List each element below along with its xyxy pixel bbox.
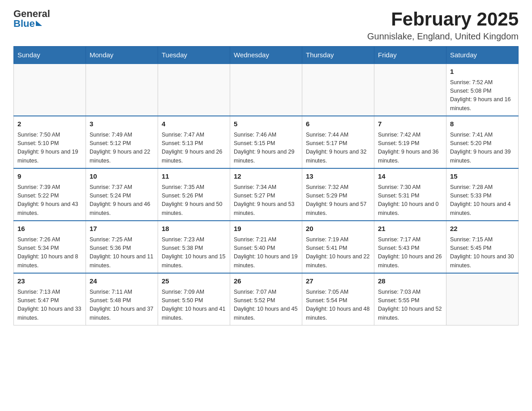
calendar-week-row: 23Sunrise: 7:13 AMSunset: 5:47 PMDayligh… xyxy=(14,273,519,325)
day-number: 20 xyxy=(306,224,370,234)
title-section: February 2025 Gunnislake, England, Unite… xyxy=(367,9,519,42)
calendar-cell: 28Sunrise: 7:03 AMSunset: 5:55 PMDayligh… xyxy=(374,273,446,325)
calendar-cell xyxy=(86,64,158,116)
day-number: 15 xyxy=(450,171,515,182)
day-info: Sunrise: 7:11 AMSunset: 5:48 PMDaylight:… xyxy=(90,288,154,323)
day-info: Sunrise: 7:49 AMSunset: 5:12 PMDaylight:… xyxy=(90,131,154,166)
day-number: 10 xyxy=(90,171,154,182)
day-info: Sunrise: 7:46 AMSunset: 5:15 PMDaylight:… xyxy=(234,131,298,166)
calendar-cell: 12Sunrise: 7:34 AMSunset: 5:27 PMDayligh… xyxy=(230,168,302,221)
calendar-cell: 20Sunrise: 7:19 AMSunset: 5:41 PMDayligh… xyxy=(302,221,374,273)
calendar-subtitle: Gunnislake, England, United Kingdom xyxy=(367,31,519,42)
calendar-cell: 7Sunrise: 7:42 AMSunset: 5:19 PMDaylight… xyxy=(374,116,446,168)
day-info: Sunrise: 7:50 AMSunset: 5:10 PMDaylight:… xyxy=(17,131,82,166)
day-info: Sunrise: 7:35 AMSunset: 5:26 PMDaylight:… xyxy=(162,183,226,218)
logo-blue-text: Blue xyxy=(13,19,35,29)
calendar-header-row: SundayMondayTuesdayWednesdayThursdayFrid… xyxy=(14,47,519,64)
calendar-cell xyxy=(302,64,374,116)
calendar-cell: 27Sunrise: 7:05 AMSunset: 5:54 PMDayligh… xyxy=(302,273,374,325)
calendar-cell xyxy=(14,64,86,116)
logo: General Blue xyxy=(13,9,50,29)
day-info: Sunrise: 7:19 AMSunset: 5:41 PMDaylight:… xyxy=(306,235,370,270)
day-info: Sunrise: 7:41 AMSunset: 5:20 PMDaylight:… xyxy=(450,131,515,166)
calendar-cell: 14Sunrise: 7:30 AMSunset: 5:31 PMDayligh… xyxy=(374,168,446,221)
calendar-cell: 15Sunrise: 7:28 AMSunset: 5:33 PMDayligh… xyxy=(446,168,519,221)
calendar-cell: 24Sunrise: 7:11 AMSunset: 5:48 PMDayligh… xyxy=(86,273,158,325)
calendar-week-row: 9Sunrise: 7:39 AMSunset: 5:22 PMDaylight… xyxy=(14,168,519,221)
calendar-cell: 1Sunrise: 7:52 AMSunset: 5:08 PMDaylight… xyxy=(446,64,519,116)
day-number: 8 xyxy=(450,119,515,129)
weekday-header-thursday: Thursday xyxy=(302,47,374,64)
day-number: 11 xyxy=(162,171,226,182)
calendar-week-row: 2Sunrise: 7:50 AMSunset: 5:10 PMDaylight… xyxy=(14,116,519,168)
calendar-cell: 22Sunrise: 7:15 AMSunset: 5:45 PMDayligh… xyxy=(446,221,519,273)
calendar-cell: 26Sunrise: 7:07 AMSunset: 5:52 PMDayligh… xyxy=(230,273,302,325)
day-number: 1 xyxy=(450,67,515,77)
calendar-cell: 13Sunrise: 7:32 AMSunset: 5:29 PMDayligh… xyxy=(302,168,374,221)
day-info: Sunrise: 7:42 AMSunset: 5:19 PMDaylight:… xyxy=(378,131,442,166)
day-number: 23 xyxy=(17,276,82,287)
day-number: 9 xyxy=(17,171,82,182)
weekday-header-wednesday: Wednesday xyxy=(230,47,302,64)
calendar-cell: 3Sunrise: 7:49 AMSunset: 5:12 PMDaylight… xyxy=(86,116,158,168)
calendar-week-row: 16Sunrise: 7:26 AMSunset: 5:34 PMDayligh… xyxy=(14,221,519,273)
day-number: 12 xyxy=(234,171,298,182)
weekday-header-tuesday: Tuesday xyxy=(158,47,230,64)
day-number: 25 xyxy=(162,276,226,287)
day-number: 19 xyxy=(234,224,298,234)
day-info: Sunrise: 7:13 AMSunset: 5:47 PMDaylight:… xyxy=(17,288,82,323)
day-info: Sunrise: 7:26 AMSunset: 5:34 PMDaylight:… xyxy=(17,235,82,270)
day-number: 6 xyxy=(306,119,370,129)
day-number: 21 xyxy=(378,224,442,234)
day-number: 3 xyxy=(90,119,154,129)
day-number: 17 xyxy=(90,224,154,234)
day-number: 18 xyxy=(162,224,226,234)
day-info: Sunrise: 7:37 AMSunset: 5:24 PMDaylight:… xyxy=(90,183,154,218)
day-info: Sunrise: 7:28 AMSunset: 5:33 PMDaylight:… xyxy=(450,183,515,218)
logo-arrow-icon xyxy=(36,21,42,26)
day-number: 27 xyxy=(306,276,370,287)
calendar-cell: 11Sunrise: 7:35 AMSunset: 5:26 PMDayligh… xyxy=(158,168,230,221)
day-info: Sunrise: 7:34 AMSunset: 5:27 PMDaylight:… xyxy=(234,183,298,218)
day-number: 7 xyxy=(378,119,442,129)
calendar-cell: 17Sunrise: 7:25 AMSunset: 5:36 PMDayligh… xyxy=(86,221,158,273)
day-info: Sunrise: 7:03 AMSunset: 5:55 PMDaylight:… xyxy=(378,288,442,323)
calendar-cell: 10Sunrise: 7:37 AMSunset: 5:24 PMDayligh… xyxy=(86,168,158,221)
day-number: 22 xyxy=(450,224,515,234)
calendar-table: SundayMondayTuesdayWednesdayThursdayFrid… xyxy=(13,46,519,325)
calendar-cell xyxy=(374,64,446,116)
calendar-cell xyxy=(230,64,302,116)
calendar-cell: 4Sunrise: 7:47 AMSunset: 5:13 PMDaylight… xyxy=(158,116,230,168)
weekday-header-saturday: Saturday xyxy=(446,47,519,64)
day-number: 4 xyxy=(162,119,226,129)
weekday-header-monday: Monday xyxy=(86,47,158,64)
calendar-cell: 18Sunrise: 7:23 AMSunset: 5:38 PMDayligh… xyxy=(158,221,230,273)
calendar-cell: 23Sunrise: 7:13 AMSunset: 5:47 PMDayligh… xyxy=(14,273,86,325)
weekday-header-sunday: Sunday xyxy=(14,47,86,64)
calendar-cell: 2Sunrise: 7:50 AMSunset: 5:10 PMDaylight… xyxy=(14,116,86,168)
day-info: Sunrise: 7:21 AMSunset: 5:40 PMDaylight:… xyxy=(234,235,298,270)
calendar-title: February 2025 xyxy=(367,9,519,30)
day-number: 14 xyxy=(378,171,442,182)
day-info: Sunrise: 7:07 AMSunset: 5:52 PMDaylight:… xyxy=(234,288,298,323)
calendar-cell: 16Sunrise: 7:26 AMSunset: 5:34 PMDayligh… xyxy=(14,221,86,273)
calendar-cell: 8Sunrise: 7:41 AMSunset: 5:20 PMDaylight… xyxy=(446,116,519,168)
calendar-cell xyxy=(158,64,230,116)
calendar-cell: 6Sunrise: 7:44 AMSunset: 5:17 PMDaylight… xyxy=(302,116,374,168)
calendar-cell: 19Sunrise: 7:21 AMSunset: 5:40 PMDayligh… xyxy=(230,221,302,273)
calendar-cell xyxy=(446,273,519,325)
day-number: 13 xyxy=(306,171,370,182)
calendar-cell: 9Sunrise: 7:39 AMSunset: 5:22 PMDaylight… xyxy=(14,168,86,221)
day-info: Sunrise: 7:39 AMSunset: 5:22 PMDaylight:… xyxy=(17,183,82,218)
calendar-cell: 5Sunrise: 7:46 AMSunset: 5:15 PMDaylight… xyxy=(230,116,302,168)
day-info: Sunrise: 7:52 AMSunset: 5:08 PMDaylight:… xyxy=(450,78,515,113)
day-info: Sunrise: 7:23 AMSunset: 5:38 PMDaylight:… xyxy=(162,235,226,270)
day-number: 28 xyxy=(378,276,442,287)
day-info: Sunrise: 7:47 AMSunset: 5:13 PMDaylight:… xyxy=(162,131,226,166)
day-number: 2 xyxy=(17,119,82,129)
day-number: 26 xyxy=(234,276,298,287)
calendar-cell: 21Sunrise: 7:17 AMSunset: 5:43 PMDayligh… xyxy=(374,221,446,273)
day-info: Sunrise: 7:30 AMSunset: 5:31 PMDaylight:… xyxy=(378,183,442,218)
calendar-cell: 25Sunrise: 7:09 AMSunset: 5:50 PMDayligh… xyxy=(158,273,230,325)
day-info: Sunrise: 7:25 AMSunset: 5:36 PMDaylight:… xyxy=(90,235,154,270)
